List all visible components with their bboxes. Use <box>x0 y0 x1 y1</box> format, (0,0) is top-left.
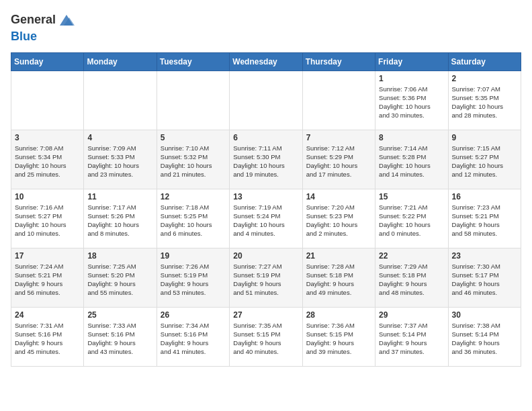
day-number: 16 <box>452 192 517 201</box>
day-number: 28 <box>306 310 371 320</box>
calendar-header-row: SundayMondayTuesdayWednesdayThursdayFrid… <box>11 52 521 71</box>
calendar-cell: 21Sunrise: 7:28 AM Sunset: 5:18 PM Dayli… <box>302 248 375 307</box>
day-info: Sunrise: 7:24 AM Sunset: 5:21 PM Dayligh… <box>15 262 80 298</box>
day-info: Sunrise: 7:30 AM Sunset: 5:17 PM Dayligh… <box>452 262 517 298</box>
day-info: Sunrise: 7:28 AM Sunset: 5:18 PM Dayligh… <box>306 262 371 298</box>
day-info: Sunrise: 7:33 AM Sunset: 5:16 PM Dayligh… <box>87 321 152 357</box>
calendar-cell: 4Sunrise: 7:09 AM Sunset: 5:33 PM Daylig… <box>84 130 157 189</box>
calendar-cell: 28Sunrise: 7:36 AM Sunset: 5:15 PM Dayli… <box>302 307 375 366</box>
weekday-header-tuesday: Tuesday <box>157 52 229 71</box>
day-number: 30 <box>452 310 517 320</box>
calendar-cell: 6Sunrise: 7:11 AM Sunset: 5:30 PM Daylig… <box>230 130 302 189</box>
day-number: 23 <box>452 251 517 261</box>
day-info: Sunrise: 7:16 AM Sunset: 5:27 PM Dayligh… <box>15 203 80 238</box>
calendar-cell: 13Sunrise: 7:19 AM Sunset: 5:24 PM Dayli… <box>230 189 302 248</box>
weekday-header-monday: Monday <box>84 52 157 71</box>
day-number: 7 <box>306 133 371 142</box>
day-number: 18 <box>87 251 152 261</box>
calendar-cell: 20Sunrise: 7:27 AM Sunset: 5:19 PM Dayli… <box>230 248 302 307</box>
calendar-cell: 30Sunrise: 7:38 AM Sunset: 5:14 PM Dayli… <box>448 307 521 366</box>
day-number: 1 <box>379 74 444 83</box>
day-info: Sunrise: 7:09 AM Sunset: 5:33 PM Dayligh… <box>87 144 152 179</box>
calendar-cell <box>84 71 157 130</box>
calendar-cell: 17Sunrise: 7:24 AM Sunset: 5:21 PM Dayli… <box>11 248 84 307</box>
calendar-cell: 29Sunrise: 7:37 AM Sunset: 5:14 PM Dayli… <box>375 307 448 366</box>
calendar-cell: 2Sunrise: 7:07 AM Sunset: 5:35 PM Daylig… <box>448 71 521 130</box>
calendar-cell: 19Sunrise: 7:26 AM Sunset: 5:19 PM Dayli… <box>157 248 229 307</box>
day-number: 3 <box>15 133 80 142</box>
day-number: 17 <box>15 251 80 261</box>
logo-blue: Blue <box>11 30 76 44</box>
calendar-cell: 10Sunrise: 7:16 AM Sunset: 5:27 PM Dayli… <box>11 189 84 248</box>
calendar-week-row: 10Sunrise: 7:16 AM Sunset: 5:27 PM Dayli… <box>11 189 521 248</box>
day-number: 6 <box>233 133 298 142</box>
day-number: 27 <box>233 310 298 320</box>
calendar-cell: 26Sunrise: 7:34 AM Sunset: 5:16 PM Dayli… <box>157 307 229 366</box>
calendar-cell <box>11 71 84 130</box>
day-info: Sunrise: 7:14 AM Sunset: 5:28 PM Dayligh… <box>379 144 444 179</box>
page-header: General Blue <box>11 11 521 44</box>
day-number: 15 <box>379 192 444 201</box>
calendar-cell: 9Sunrise: 7:15 AM Sunset: 5:27 PM Daylig… <box>448 130 521 189</box>
day-number: 29 <box>379 310 444 320</box>
day-info: Sunrise: 7:23 AM Sunset: 5:21 PM Dayligh… <box>452 203 517 238</box>
calendar-cell: 16Sunrise: 7:23 AM Sunset: 5:21 PM Dayli… <box>448 189 521 248</box>
logo-icon <box>57 11 76 30</box>
weekday-header-wednesday: Wednesday <box>230 52 302 71</box>
day-info: Sunrise: 7:34 AM Sunset: 5:16 PM Dayligh… <box>161 321 226 357</box>
day-number: 21 <box>306 251 371 261</box>
calendar-week-row: 3Sunrise: 7:08 AM Sunset: 5:34 PM Daylig… <box>11 130 521 189</box>
calendar-cell: 24Sunrise: 7:31 AM Sunset: 5:16 PM Dayli… <box>11 307 84 366</box>
day-info: Sunrise: 7:20 AM Sunset: 5:23 PM Dayligh… <box>306 203 371 238</box>
calendar-cell: 5Sunrise: 7:10 AM Sunset: 5:32 PM Daylig… <box>157 130 229 189</box>
weekday-header-friday: Friday <box>375 52 448 71</box>
day-info: Sunrise: 7:10 AM Sunset: 5:32 PM Dayligh… <box>161 144 226 179</box>
day-info: Sunrise: 7:06 AM Sunset: 5:36 PM Dayligh… <box>379 85 444 120</box>
weekday-header-thursday: Thursday <box>302 52 375 71</box>
calendar-cell <box>230 71 302 130</box>
day-number: 26 <box>161 310 226 320</box>
day-info: Sunrise: 7:27 AM Sunset: 5:19 PM Dayligh… <box>233 262 298 298</box>
day-info: Sunrise: 7:26 AM Sunset: 5:19 PM Dayligh… <box>161 262 226 298</box>
day-info: Sunrise: 7:37 AM Sunset: 5:14 PM Dayligh… <box>379 321 444 357</box>
day-number: 25 <box>87 310 152 320</box>
calendar-cell: 8Sunrise: 7:14 AM Sunset: 5:28 PM Daylig… <box>375 130 448 189</box>
day-number: 8 <box>379 133 444 142</box>
day-number: 14 <box>306 192 371 201</box>
day-number: 20 <box>233 251 298 261</box>
day-info: Sunrise: 7:17 AM Sunset: 5:26 PM Dayligh… <box>87 203 152 238</box>
calendar-week-row: 1Sunrise: 7:06 AM Sunset: 5:36 PM Daylig… <box>11 71 521 130</box>
weekday-header-sunday: Sunday <box>11 52 84 71</box>
calendar-table: SundayMondayTuesdayWednesdayThursdayFrid… <box>11 52 521 367</box>
day-number: 10 <box>15 192 80 201</box>
calendar-cell: 23Sunrise: 7:30 AM Sunset: 5:17 PM Dayli… <box>448 248 521 307</box>
day-info: Sunrise: 7:11 AM Sunset: 5:30 PM Dayligh… <box>233 144 298 179</box>
calendar-cell: 12Sunrise: 7:18 AM Sunset: 5:25 PM Dayli… <box>157 189 229 248</box>
weekday-header-saturday: Saturday <box>448 52 521 71</box>
day-info: Sunrise: 7:38 AM Sunset: 5:14 PM Dayligh… <box>452 321 517 357</box>
calendar-cell: 18Sunrise: 7:25 AM Sunset: 5:20 PM Dayli… <box>84 248 157 307</box>
calendar-cell: 25Sunrise: 7:33 AM Sunset: 5:16 PM Dayli… <box>84 307 157 366</box>
day-info: Sunrise: 7:36 AM Sunset: 5:15 PM Dayligh… <box>306 321 371 357</box>
calendar-cell: 14Sunrise: 7:20 AM Sunset: 5:23 PM Dayli… <box>302 189 375 248</box>
day-info: Sunrise: 7:21 AM Sunset: 5:22 PM Dayligh… <box>379 203 444 238</box>
calendar-cell: 22Sunrise: 7:29 AM Sunset: 5:18 PM Dayli… <box>375 248 448 307</box>
calendar-week-row: 17Sunrise: 7:24 AM Sunset: 5:21 PM Dayli… <box>11 248 521 307</box>
day-info: Sunrise: 7:18 AM Sunset: 5:25 PM Dayligh… <box>161 203 226 238</box>
day-number: 13 <box>233 192 298 201</box>
day-number: 11 <box>87 192 152 201</box>
logo-general: General <box>11 13 56 28</box>
calendar-cell: 11Sunrise: 7:17 AM Sunset: 5:26 PM Dayli… <box>84 189 157 248</box>
day-info: Sunrise: 7:25 AM Sunset: 5:20 PM Dayligh… <box>87 262 152 298</box>
calendar-cell: 27Sunrise: 7:35 AM Sunset: 5:15 PM Dayli… <box>230 307 302 366</box>
day-number: 12 <box>161 192 226 201</box>
calendar-cell: 3Sunrise: 7:08 AM Sunset: 5:34 PM Daylig… <box>11 130 84 189</box>
day-number: 24 <box>15 310 80 320</box>
calendar-cell <box>157 71 229 130</box>
day-info: Sunrise: 7:15 AM Sunset: 5:27 PM Dayligh… <box>452 144 517 179</box>
logo: General Blue <box>11 11 76 44</box>
day-info: Sunrise: 7:08 AM Sunset: 5:34 PM Dayligh… <box>15 144 80 179</box>
calendar-cell: 1Sunrise: 7:06 AM Sunset: 5:36 PM Daylig… <box>375 71 448 130</box>
day-number: 2 <box>452 74 517 83</box>
day-info: Sunrise: 7:31 AM Sunset: 5:16 PM Dayligh… <box>15 321 80 357</box>
